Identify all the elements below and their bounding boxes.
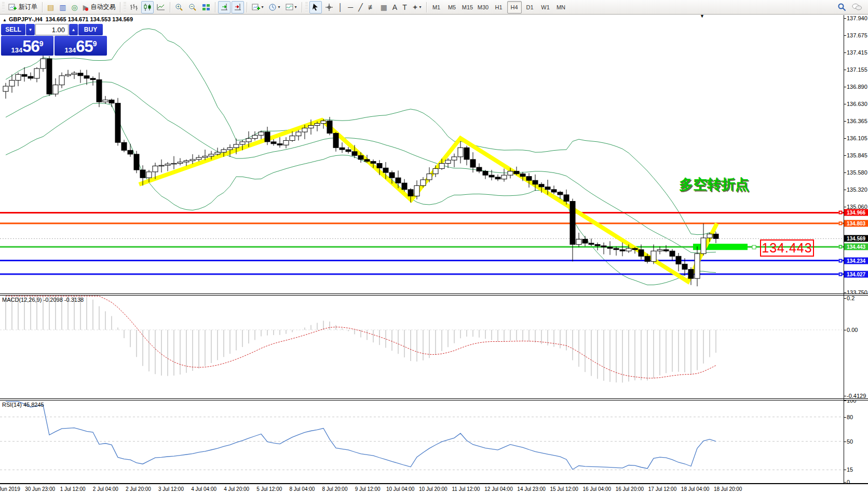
price-tick-label: 135.320 (847, 186, 867, 193)
rsi-line (6, 402, 716, 470)
volume-down-button[interactable]: ▼ (26, 24, 35, 35)
candle (558, 192, 563, 195)
candle (271, 142, 276, 144)
buy-price-button[interactable]: 134659 (55, 36, 107, 56)
chart-area[interactable] (0, 0, 868, 494)
candle (53, 85, 58, 94)
price-tick-label: 136.890 (847, 84, 867, 90)
candle (178, 162, 183, 164)
price-tick-label: 136.365 (847, 118, 867, 124)
rsi-tick-label: 0 (847, 479, 850, 485)
chart-shift-marker[interactable]: ▼ (700, 14, 704, 19)
candle (109, 100, 114, 103)
candle (227, 148, 233, 150)
axis-border (844, 15, 844, 484)
mt4-window: 新订单▤▥◎▶自动交易▾▾▾│─╱≢▦AT✦▾M1M5M15M30H1H4D1W… (0, 0, 868, 494)
candle (408, 190, 413, 196)
candle (620, 250, 625, 251)
sell-price-big: 56 (22, 39, 39, 54)
time-tick-label: 18 Jul 20:00 (702, 486, 754, 492)
candle (601, 246, 606, 247)
line-anchor-handle[interactable] (839, 259, 843, 262)
line-anchor-handle[interactable] (839, 211, 843, 215)
candle (90, 78, 96, 80)
candle (302, 128, 307, 132)
candle (489, 175, 494, 177)
candle (22, 74, 27, 76)
zigzag-trendlines[interactable] (139, 120, 717, 282)
price-callout-box[interactable]: 134.443 (760, 239, 814, 257)
candle (452, 157, 457, 160)
candle (477, 167, 482, 171)
candle (9, 81, 15, 86)
rsi-pane[interactable] (0, 402, 844, 470)
candle (427, 174, 432, 180)
candle (28, 76, 33, 78)
candle (421, 180, 426, 185)
candle (65, 74, 71, 76)
candle (321, 121, 326, 124)
candle (383, 168, 388, 172)
candle (564, 195, 569, 202)
candle (688, 269, 694, 278)
candle (97, 79, 102, 102)
candle (501, 175, 507, 179)
line-handle[interactable] (752, 245, 756, 249)
candle (695, 253, 700, 278)
candle (470, 159, 476, 167)
buy-price-prefix: 134 (65, 46, 76, 54)
candle (3, 86, 8, 91)
candle (184, 161, 189, 162)
candle (234, 144, 239, 148)
volume-input[interactable]: 1.00 (35, 24, 69, 35)
line-anchor-handle[interactable] (839, 272, 843, 276)
candle (59, 76, 64, 85)
candle (402, 183, 407, 190)
macd-tick-label: 0.2 (847, 295, 855, 301)
line-anchor-handle[interactable] (839, 221, 843, 225)
candle (576, 239, 581, 245)
candle (701, 238, 706, 253)
one-click-trading-panel: SELL ▼ 1.00 ▲ BUY 134569 134659 (1, 24, 107, 56)
price-tick-label: 136.630 (847, 101, 867, 107)
candle (115, 103, 120, 143)
candle (670, 251, 675, 256)
candle (315, 124, 320, 126)
macd-pane[interactable] (0, 296, 844, 382)
candle (146, 172, 152, 178)
sell-button[interactable]: SELL (1, 24, 25, 35)
main-chart-pane[interactable] (0, 29, 844, 286)
price-tick-label: 135.580 (847, 169, 867, 176)
candle (713, 234, 718, 238)
candle (47, 59, 52, 94)
bollinger-upper-band (6, 29, 716, 234)
candlestick-series (3, 51, 718, 286)
volume-up-button[interactable]: ▲ (69, 24, 78, 35)
pane-separator[interactable] (0, 293, 868, 296)
candle (346, 150, 351, 152)
candle (364, 159, 370, 162)
candle (121, 142, 127, 150)
buy-button[interactable]: BUY (78, 24, 103, 35)
sell-price-button[interactable]: 134569 (1, 36, 53, 56)
candle (570, 202, 575, 245)
price-tick-label: 135.845 (847, 152, 867, 158)
candle (215, 152, 220, 154)
candle (614, 248, 619, 250)
candle (707, 234, 712, 238)
candle (240, 142, 245, 144)
current-price-chip: 134.569 (844, 235, 868, 242)
candle (657, 250, 662, 251)
candle (439, 163, 444, 168)
candle (545, 187, 550, 190)
line-anchor-handle[interactable] (839, 245, 843, 249)
candle (483, 171, 488, 176)
chinese-annotation[interactable]: 多空转折点 (679, 175, 749, 194)
candle (134, 154, 139, 170)
pane-separator[interactable] (0, 398, 868, 400)
candle (40, 59, 46, 69)
candle (327, 121, 332, 133)
candle (371, 162, 376, 164)
sell-price-sup: 9 (39, 36, 44, 51)
candle (464, 148, 469, 159)
